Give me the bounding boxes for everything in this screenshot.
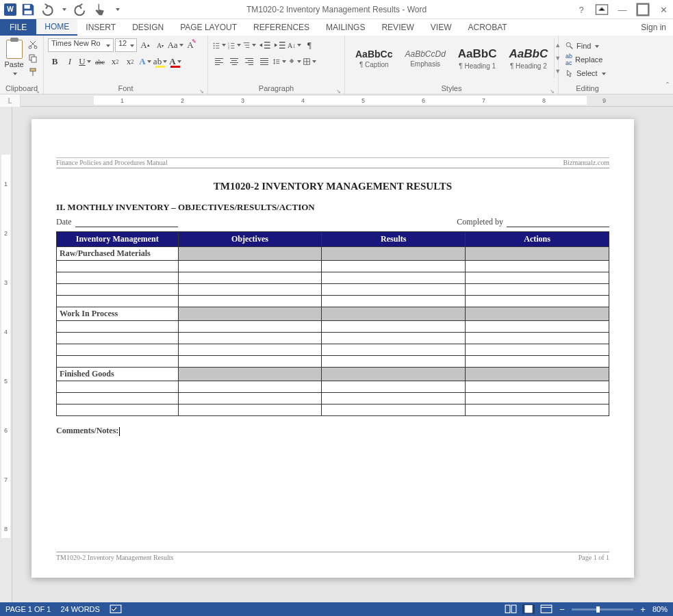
cell — [178, 321, 322, 333]
cell — [466, 261, 609, 272]
minimize-button[interactable]: — — [615, 3, 629, 16]
tab-selector[interactable]: L — [0, 94, 21, 107]
copy-button[interactable] — [27, 52, 39, 64]
zoom-out-button[interactable]: − — [558, 604, 566, 615]
styles-dialog-launcher[interactable] — [550, 86, 557, 92]
completed-by-field: Completed by — [457, 217, 609, 227]
cell — [466, 356, 609, 368]
style-caption[interactable]: AaBbCc¶ Caption — [349, 38, 398, 78]
tab-references[interactable]: REFERENCES — [245, 19, 318, 36]
vertical-ruler[interactable]: 12345678 — [0, 107, 12, 602]
shading-button[interactable] — [288, 55, 301, 68]
maximize-button[interactable] — [636, 3, 650, 16]
find-button[interactable]: Find — [563, 40, 612, 52]
style-heading2[interactable]: AaBbC¶ Heading 2 — [503, 38, 555, 78]
tab-design[interactable]: DESIGN — [124, 19, 172, 36]
show-marks-button[interactable]: ¶ — [303, 38, 316, 52]
align-center-button[interactable] — [227, 55, 241, 68]
zoom-in-button[interactable]: + — [639, 604, 647, 615]
paragraph-dialog-launcher[interactable] — [336, 86, 343, 92]
style-emphasis[interactable]: AaBbCcDdEmphasis — [398, 38, 451, 78]
cell — [466, 344, 609, 356]
read-mode-button[interactable] — [505, 604, 517, 614]
borders-button[interactable] — [303, 55, 316, 68]
horizontal-ruler[interactable]: L 123456789 — [0, 94, 673, 107]
tab-view[interactable]: VIEW — [422, 19, 460, 36]
tab-review[interactable]: REVIEW — [373, 19, 422, 36]
close-button[interactable]: ✕ — [657, 3, 670, 16]
font-color-button[interactable]: A — [168, 55, 182, 68]
multilevel-list-button[interactable] — [242, 38, 256, 52]
cell — [466, 333, 609, 344]
replace-button[interactable]: abacReplace — [563, 53, 612, 66]
undo-button[interactable] — [38, 2, 53, 17]
font-dialog-launcher[interactable] — [199, 86, 206, 92]
document-page[interactable]: Finance Policies and Procedures Manual B… — [31, 119, 634, 578]
cell — [322, 296, 466, 307]
cut-button[interactable] — [27, 38, 39, 51]
touch-mode-button[interactable] — [92, 2, 107, 17]
table-row — [57, 296, 609, 307]
tab-home[interactable]: HOME — [36, 19, 77, 36]
clipboard-dialog-launcher[interactable] — [35, 86, 42, 92]
cell — [178, 272, 322, 284]
clipboard-group-label: Clipboard — [4, 84, 39, 92]
comments-label: Comments/Notes: — [56, 426, 609, 436]
select-button[interactable]: Select — [563, 67, 612, 79]
spellcheck-icon[interactable] — [110, 604, 122, 614]
group-paragraph: 123 A↓ ¶ Paragraph — [208, 36, 345, 94]
cell — [466, 405, 609, 416]
file-tab[interactable]: FILE — [0, 19, 36, 36]
align-right-button[interactable] — [242, 55, 256, 68]
tab-insert[interactable]: INSERT — [77, 19, 124, 36]
print-layout-button[interactable] — [522, 604, 535, 614]
clear-formatting-button[interactable]: A✎ — [183, 38, 197, 52]
zoom-level[interactable]: 80% — [652, 605, 668, 613]
superscript-button[interactable]: x2 — [123, 55, 137, 68]
align-left-button[interactable] — [212, 55, 226, 68]
subscript-button[interactable]: x2 — [108, 55, 122, 68]
word-count[interactable]: 24 WORDS — [60, 605, 99, 613]
strikethrough-button[interactable]: abc — [93, 55, 107, 68]
text-effects-button[interactable]: A — [138, 55, 152, 68]
justify-button[interactable] — [257, 55, 271, 68]
page-indicator[interactable]: PAGE 1 OF 1 — [5, 605, 51, 613]
bullets-button[interactable] — [212, 38, 226, 52]
change-case-button[interactable]: Aa — [168, 38, 182, 52]
sort-button[interactable]: A↓ — [288, 38, 301, 52]
word-app-icon[interactable]: W — [3, 2, 18, 17]
page-scroll-area[interactable]: Finance Policies and Procedures Manual B… — [12, 107, 673, 602]
font-size-selector[interactable]: 12 — [115, 38, 137, 52]
italic-button[interactable]: I — [63, 55, 77, 68]
style-heading1[interactable]: AaBbC¶ Heading 1 — [452, 38, 503, 78]
cell — [322, 333, 466, 344]
shrink-font-button[interactable]: A▾ — [153, 38, 167, 52]
highlight-button[interactable]: ab — [153, 55, 167, 68]
table-section-row: Raw/Purchased Materials — [57, 247, 609, 261]
qat-customize-dropdown[interactable] — [110, 2, 125, 17]
format-painter-button[interactable] — [27, 66, 39, 78]
paste-button[interactable]: Paste — [4, 38, 24, 79]
tab-mailings[interactable]: MAILINGS — [318, 19, 373, 36]
numbering-button[interactable]: 123 — [227, 38, 241, 52]
redo-button[interactable] — [74, 2, 89, 17]
cell — [466, 393, 609, 405]
bold-button[interactable]: B — [48, 55, 62, 68]
help-button[interactable]: ? — [574, 3, 588, 16]
line-spacing-button[interactable] — [272, 55, 286, 68]
tab-acrobat[interactable]: ACROBAT — [459, 19, 515, 36]
increase-indent-button[interactable] — [272, 38, 286, 52]
zoom-slider[interactable] — [572, 608, 633, 611]
web-layout-button[interactable] — [540, 604, 553, 614]
collapse-ribbon-button[interactable]: ˆ — [666, 81, 669, 91]
grow-font-button[interactable]: A▴ — [138, 38, 152, 52]
font-name-selector[interactable]: Times New Ro — [48, 38, 114, 52]
header-right: Bizmanualz.com — [563, 159, 609, 166]
tab-page-layout[interactable]: PAGE LAYOUT — [172, 19, 245, 36]
save-button[interactable] — [21, 2, 36, 17]
sign-in-link[interactable]: Sign in — [641, 19, 666, 36]
underline-button[interactable]: U — [78, 55, 92, 68]
undo-dropdown[interactable] — [56, 2, 71, 17]
decrease-indent-button[interactable] — [257, 38, 271, 52]
ribbon-display-button[interactable] — [595, 3, 609, 16]
